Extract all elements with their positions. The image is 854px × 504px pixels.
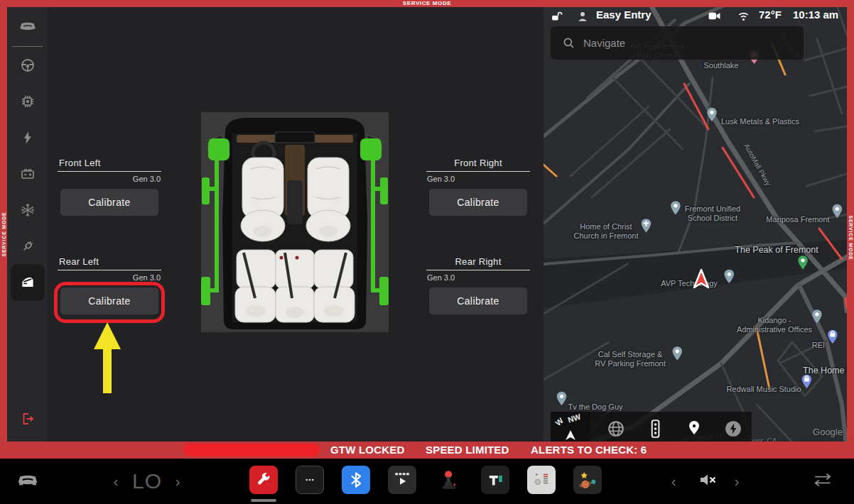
gtw-locked-status: GTW LOCKED: [330, 444, 405, 456]
app-boombox-icon[interactable]: [527, 466, 556, 494]
service-mode-top-border: SERVICE MODE: [0, 0, 854, 7]
map-pin-icon: [670, 200, 681, 218]
taskbar: ‹ LO › ‹ ›: [0, 459, 854, 504]
climate-temperature[interactable]: LO: [132, 469, 162, 493]
globe-icon[interactable]: [607, 420, 625, 441]
section-rear-right: Rear Right Gen 3.0 Calibrate: [426, 256, 530, 314]
temp-decrease-chevron[interactable]: ‹: [114, 474, 119, 488]
sidebar-item-exit-service-mode[interactable]: [18, 410, 37, 428]
section-front-left: Front Left Gen 3.0 Calibrate: [58, 158, 161, 216]
vehicle-controls-button[interactable]: [16, 471, 39, 491]
app-arcade-icon[interactable]: [435, 466, 463, 494]
map-poi-label[interactable]: Southlake: [704, 61, 739, 70]
annotation-highlight-ring: [54, 282, 165, 323]
search-icon: [562, 36, 576, 50]
bluetooth-icon: [347, 470, 364, 490]
section-title: Rear Right: [426, 256, 530, 267]
map-pin-icon: [556, 390, 567, 408]
map-poi-label[interactable]: Lusk Metals & Plastics: [721, 117, 799, 126]
calibrate-rear-right-button[interactable]: Calibrate: [429, 287, 527, 314]
map-panel[interactable]: Doane StAutoMall PkwyBusiness Center DrF…: [544, 7, 847, 459]
map-pin-icon: [827, 329, 838, 346]
app-more-apps-icon[interactable]: [296, 466, 324, 494]
sidebar-item-electrical[interactable]: [18, 128, 37, 147]
map-poi-label[interactable]: Redwall Music Studio: [726, 385, 801, 394]
service-mode-label: SERVICE MODE: [1, 212, 6, 256]
service-mode-left-border: SERVICE MODE: [0, 0, 7, 459]
chip-icon: [19, 93, 36, 110]
profile-icon[interactable]: [576, 10, 589, 25]
active-app-indicator: [251, 499, 276, 502]
section-title: Rear Left: [58, 256, 161, 267]
sidebar: [7, 7, 48, 442]
app-bluetooth-icon[interactable]: [342, 466, 370, 494]
swap-panels-icon[interactable]: [811, 471, 834, 492]
divider: [426, 171, 530, 172]
map-pin-icon: [706, 106, 718, 124]
battery-icon: [19, 165, 36, 182]
wrench-icon: [254, 471, 273, 489]
sidebar-item-hvac[interactable]: [18, 201, 37, 219]
search-placeholder: Navigate: [583, 37, 625, 49]
screen: Doane StAutoMall PkwyBusiness Center DrF…: [0, 0, 854, 504]
map-poi-label[interactable]: Tv the Dog Guy: [568, 402, 622, 412]
map-poi-label[interactable]: Kidango -Administrative Offices: [737, 316, 812, 334]
lock-open-icon[interactable]: [551, 11, 563, 25]
map-pin-icon: [671, 346, 683, 363]
calibrate-front-right-button[interactable]: Calibrate: [429, 189, 527, 216]
app-toybox-t-icon[interactable]: [481, 466, 509, 494]
navigate-search-input[interactable]: Navigate: [551, 26, 804, 60]
gen-version: Gen 3.0: [58, 175, 161, 183]
app-service-icon[interactable]: [249, 466, 278, 494]
car-icon: [18, 19, 37, 33]
charging-icon[interactable]: [724, 420, 742, 441]
traffic-light-icon[interactable]: [646, 419, 664, 442]
sidebar-item-vehicle[interactable]: [18, 17, 37, 35]
wifi-icon[interactable]: [737, 10, 750, 24]
sidebar-item-firmware[interactable]: [18, 92, 37, 111]
service-alert-banner: GTW LOCKED SPEED LIMITED ALERTS TO CHECK…: [0, 442, 854, 459]
map-pin-icon: [831, 203, 843, 221]
video-camera-icon[interactable]: [708, 11, 721, 23]
map-poi-label[interactable]: Cal Self Storage &RV Parking Fremont: [595, 350, 665, 368]
calibrate-front-left-button[interactable]: Calibrate: [60, 189, 158, 216]
divider: [58, 270, 161, 270]
media-next-chevron[interactable]: ›: [735, 474, 740, 488]
theater-icon: [391, 469, 413, 491]
map-pin-icon: [723, 268, 735, 286]
map-watermark: Google: [813, 427, 843, 437]
section-front-right: Front Right Gen 3.0 Calibrate: [426, 158, 530, 216]
sidebar-item-low-voltage-battery[interactable]: [18, 165, 37, 183]
gen-version: Gen 3.0: [426, 175, 530, 183]
section-title: Front Right: [426, 158, 530, 168]
media-prev-chevron[interactable]: ‹: [671, 474, 676, 488]
sidebar-item-chassis[interactable]: [18, 56, 37, 75]
sidebar-item-harness[interactable]: [18, 237, 37, 256]
map-pin-icon: [640, 218, 652, 236]
gen-version: Gen 3.0: [58, 273, 161, 282]
map-poi-label[interactable]: Mariposa Fremont: [766, 215, 829, 224]
map-poi-label[interactable]: REI: [812, 341, 825, 350]
service-mode-label: SERVICE MODE: [848, 215, 853, 260]
map-poi-label[interactable]: The Peak of Fremont: [735, 245, 818, 256]
divider: [58, 171, 161, 172]
map-poi-label[interactable]: Home of ChristChurch in Fremont: [573, 222, 638, 241]
alerts-to-check-status: ALERTS TO CHECK: 6: [531, 444, 647, 456]
tuner-icon: [531, 469, 552, 491]
volume-muted-icon[interactable]: [698, 472, 717, 491]
snowflake-icon: [19, 202, 36, 219]
status-bar: Easy Entry 72°F 10:13 am: [544, 7, 847, 26]
temp-increase-chevron[interactable]: ›: [175, 474, 180, 488]
map-pin-icon: [801, 373, 812, 391]
joystick-icon: [437, 467, 461, 493]
map-pin-icon[interactable]: [686, 420, 703, 441]
service-panel: Front Left Gen 3.0 Calibrate Front Right…: [48, 7, 544, 442]
driver-profile-label[interactable]: Easy Entry: [596, 9, 652, 21]
annotation-arrow-icon: [94, 322, 121, 396]
exit-icon: [19, 410, 36, 427]
app-easter-eggs-icon[interactable]: [573, 466, 602, 494]
map-poi-label[interactable]: Fremont UnifiedSchool District: [685, 204, 740, 223]
app-theater-icon[interactable]: [388, 466, 416, 494]
sidebar-item-closures[interactable]: [11, 264, 45, 301]
redacted-vehicle-id: [183, 444, 320, 456]
